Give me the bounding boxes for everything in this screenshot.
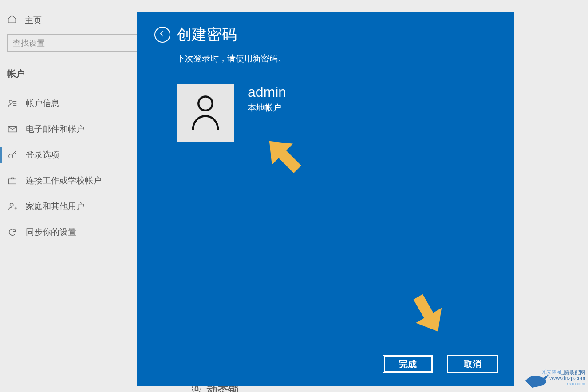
user-icon <box>189 92 222 133</box>
sidebar-item-label: 连接工作或学校帐户 <box>26 175 102 186</box>
key-icon <box>7 150 18 160</box>
dialog-subtitle: 下次登录时，请使用新密码。 <box>177 53 496 64</box>
cancel-button[interactable]: 取消 <box>447 355 498 373</box>
svg-marker-13 <box>260 131 308 180</box>
back-button[interactable] <box>154 27 170 43</box>
dialog-footer: 完成 取消 <box>383 355 498 373</box>
user-type: 本地帐户 <box>248 102 286 114</box>
finish-button[interactable]: 完成 <box>383 355 433 373</box>
sync-icon <box>7 227 18 238</box>
svg-rect-11 <box>195 388 198 390</box>
svg-rect-4 <box>8 127 16 132</box>
user-block: admin 本地帐户 <box>177 84 496 142</box>
svg-point-7 <box>10 203 13 206</box>
svg-rect-6 <box>9 179 16 184</box>
svg-point-0 <box>9 100 12 103</box>
user-name: admin <box>248 84 286 100</box>
svg-marker-14 <box>405 289 451 337</box>
annotation-arrow-bottom <box>399 284 453 337</box>
dialog-header: 创建密码 <box>154 24 496 45</box>
svg-point-5 <box>9 154 13 158</box>
sidebar-item-label: 登录选项 <box>26 149 59 161</box>
dialog-title: 创建密码 <box>177 24 237 45</box>
account-info-icon <box>7 98 18 109</box>
sidebar-item-label: 家庭和其他用户 <box>26 201 85 212</box>
sidebar-item-label: 帐户信息 <box>26 98 59 109</box>
annotation-arrow-top <box>260 131 313 185</box>
create-password-dialog: 创建密码 下次登录时，请使用新密码。 admin 本地帐户 完成 取消 <box>137 12 514 386</box>
sidebar-item-label: 同步你的设置 <box>26 226 76 238</box>
briefcase-icon <box>7 175 18 186</box>
svg-point-12 <box>198 96 212 110</box>
family-icon <box>7 201 18 212</box>
sidebar-home-label: 主页 <box>25 15 42 26</box>
email-icon <box>7 124 18 135</box>
arrow-left-icon <box>158 29 167 40</box>
sidebar-item-label: 电子邮件和帐户 <box>26 123 85 135</box>
avatar <box>177 84 234 142</box>
home-icon <box>7 14 17 26</box>
